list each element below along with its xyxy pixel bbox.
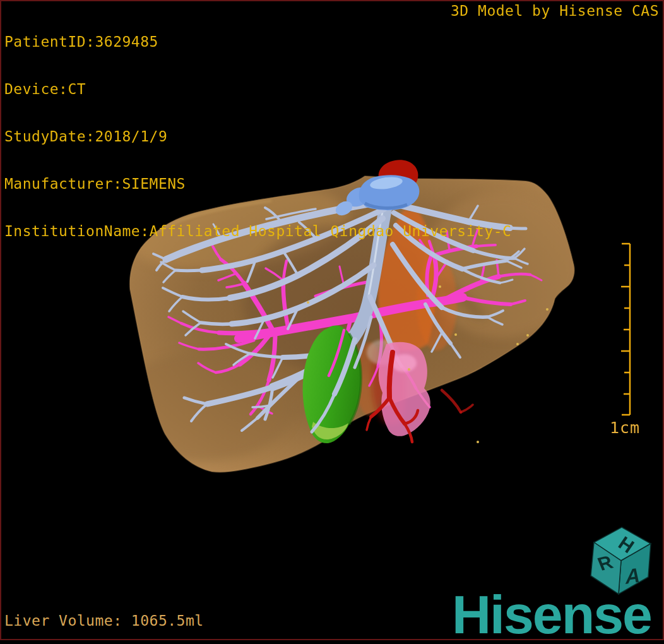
watermark-label: 3D Model by Hisense CAS [451,3,659,19]
patient-info-overlay: PatientID:3629485 Device:CT StudyDate:20… [4,3,511,271]
patient-info-line: StudyDate:2018/1/9 [4,129,511,145]
scale-bar-label: 1cm [610,419,640,437]
patient-info-line: Manufacturer:SIEMENS [4,176,511,192]
scale-bar [621,244,630,415]
hisense-logo: Hisense [452,587,651,641]
patient-info-line: PatientID:3629485 [4,34,511,50]
patient-info-line: InstitutionName:Affiliated Hospital Qing… [4,224,511,239]
3d-viewer-viewport[interactable]: 1cm H R A PatientID:3629485 Device:CT St… [0,0,664,644]
liver-volume-label: Liver Volume: 1065.5ml [4,612,204,629]
patient-info-line: Device:CT [4,81,511,97]
